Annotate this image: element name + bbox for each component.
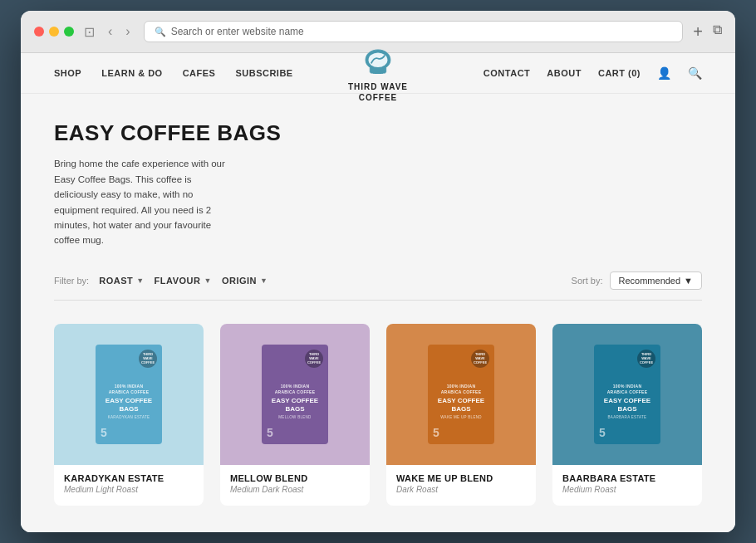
filter-flavour[interactable]: FLAVOUR ▼ (155, 276, 212, 286)
product-info-4: BAARBARA ESTATE Medium Roast (552, 465, 702, 506)
sidebar-icon[interactable]: ⊡ (84, 24, 95, 40)
maximize-button[interactable] (64, 27, 74, 37)
logo-badge-2: THIRD WAVE COFFEE (305, 350, 323, 368)
filter-origin[interactable]: ORIGIN ▼ (222, 276, 268, 286)
box-bottom-4: BAARBARA ESTATE (608, 415, 647, 419)
products-grid: THIRD WAVE COFFEE 100% IndianArabica Cof… (54, 324, 702, 506)
nav-left: SHOP LEARN & DO CAFES SUBSCRIBE (54, 68, 378, 78)
product-subtitle-4: Medium Roast (562, 485, 692, 494)
product-card-2[interactable]: THIRD WAVE COFFEE 100% IndianArabica Cof… (220, 324, 370, 506)
product-image-3: THIRD WAVE COFFEE 100% IndianArabica Cof… (386, 324, 536, 465)
nav-right: CONTACT ABOUT CART (0) 👤 🔍 (378, 66, 702, 80)
box-title-3: EASY COFFEEBAGS (438, 397, 484, 413)
product-card-1[interactable]: THIRD WAVE COFFEE 100% IndianArabica Cof… (54, 324, 204, 506)
product-card-3[interactable]: THIRD WAVE COFFEE 100% IndianArabica Cof… (386, 324, 536, 506)
back-button[interactable]: ‹ (105, 22, 115, 41)
chevron-down-icon: ▼ (136, 276, 144, 285)
nav-buttons: ‹ › (105, 22, 134, 41)
nav-cafes[interactable]: CAFES (183, 68, 216, 78)
box-number-2: 5 (267, 426, 273, 439)
logo-icon (360, 43, 396, 80)
site-nav: SHOP LEARN & DO CAFES SUBSCRIBE THIRD WA… (21, 53, 735, 94)
box-title-2: EASY COFFEEBAGS (272, 397, 318, 413)
account-icon[interactable]: 👤 (657, 66, 671, 80)
box-bottom-3: WAKE ME UP BLEND (440, 415, 482, 419)
address-placeholder: Search or enter website name (171, 26, 304, 37)
coffee-box-3: THIRD WAVE COFFEE 100% IndianArabica Cof… (428, 345, 494, 444)
traffic-lights (34, 27, 74, 37)
box-label-3: 100% IndianArabica Coffee (438, 384, 484, 394)
product-subtitle-2: Medium Dark Roast (230, 485, 360, 494)
nav-contact[interactable]: CONTACT (484, 68, 530, 78)
logo-badge-1: THIRD WAVE COFFEE (139, 350, 157, 368)
search-icon: 🔍 (155, 27, 166, 37)
page-description: Bring home the cafe experience with our … (54, 156, 237, 247)
box-number-4: 5 (599, 426, 606, 439)
svg-point-0 (369, 53, 388, 68)
coffee-box-1: THIRD WAVE COFFEE 100% IndianArabica Cof… (96, 345, 162, 444)
sort-label: Sort by: (572, 276, 603, 286)
logo-badge-3: THIRD WAVE COFFEE (471, 350, 489, 368)
box-label-2: 100% IndianArabica Coffee (272, 384, 318, 394)
website: SHOP LEARN & DO CAFES SUBSCRIBE THIRD WA… (21, 53, 735, 531)
sort-dropdown[interactable]: Recommended ▼ (610, 272, 702, 290)
box-label-1: 100% IndianArabica Coffee (106, 384, 152, 394)
nav-learn[interactable]: LEARN & DO (101, 68, 162, 78)
tabs-button[interactable]: ⧉ (713, 22, 722, 42)
browser-window: ⊡ ‹ › 🔍 Search or enter website name + ⧉… (21, 11, 735, 531)
product-subtitle-3: Dark Roast (396, 485, 526, 494)
nav-cart[interactable]: CART (0) (598, 68, 641, 78)
product-name-2: MELLOW BLEND (230, 473, 360, 483)
product-name-4: BAARBARA ESTATE (562, 473, 692, 483)
box-title-1: EASY COFFEEBAGS (106, 397, 152, 413)
address-bar[interactable]: 🔍 Search or enter website name (144, 21, 684, 42)
main-content: EASY COFFEE BAGS Bring home the cafe exp… (21, 94, 735, 531)
product-card-4[interactable]: THIRD WAVE COFFEE 100% IndianArabica Cof… (552, 324, 702, 506)
box-number-3: 5 (433, 426, 439, 439)
new-tab-button[interactable]: + (693, 22, 703, 42)
filter-row: Filter by: ROAST ▼ FLAVOUR ▼ ORIGIN ▼ So… (54, 272, 702, 301)
product-name-1: KARADYKAN ESTATE (64, 473, 194, 483)
forward-button[interactable]: › (122, 22, 133, 41)
page-title: EASY COFFEE BAGS (54, 120, 702, 146)
close-button[interactable] (34, 27, 44, 37)
coffee-box-2: THIRD WAVE COFFEE 100% IndianArabica Cof… (262, 345, 328, 444)
box-bottom-1: KARADYKAN ESTATE (108, 415, 150, 419)
box-bottom-2: MELLOW BLEND (278, 415, 311, 419)
browser-actions: + ⧉ (693, 22, 722, 42)
product-subtitle-1: Medium Light Roast (64, 485, 194, 494)
nav-subscribe[interactable]: SUBSCRIBE (235, 68, 292, 78)
product-image-4: THIRD WAVE COFFEE 100% IndianArabica Cof… (552, 324, 702, 465)
box-label-4: 100% IndianArabica Coffee (604, 384, 650, 394)
product-info-3: WAKE ME UP BLEND Dark Roast (386, 465, 536, 506)
coffee-box-4: THIRD WAVE COFFEE 100% IndianArabica Cof… (594, 345, 660, 444)
product-image-2: THIRD WAVE COFFEE 100% IndianArabica Cof… (220, 324, 370, 465)
chevron-down-icon: ▼ (204, 276, 211, 285)
sort-section: Sort by: Recommended ▼ (572, 272, 702, 290)
product-info-2: MELLOW BLEND Medium Dark Roast (220, 465, 370, 506)
chevron-down-icon: ▼ (684, 276, 693, 286)
logo-text: THIRD WAVE COFFEE (348, 81, 408, 103)
nav-shop[interactable]: SHOP (54, 68, 81, 78)
box-number-1: 5 (101, 426, 107, 439)
box-title-4: EASY COFFEEBAGS (604, 397, 650, 413)
product-info-1: KARADYKAN ESTATE Medium Light Roast (54, 465, 204, 506)
product-image-1: THIRD WAVE COFFEE 100% IndianArabica Cof… (54, 324, 204, 465)
nav-about[interactable]: ABOUT (547, 68, 582, 78)
filter-label: Filter by: (54, 276, 89, 286)
logo[interactable]: THIRD WAVE COFFEE (348, 43, 408, 103)
minimize-button[interactable] (49, 27, 59, 37)
chevron-down-icon: ▼ (260, 276, 268, 285)
product-name-3: WAKE ME UP BLEND (396, 473, 526, 483)
filter-roast[interactable]: ROAST ▼ (99, 276, 144, 286)
logo-badge-4: THIRD WAVE COFFEE (637, 350, 655, 368)
search-nav-icon[interactable]: 🔍 (688, 66, 702, 80)
